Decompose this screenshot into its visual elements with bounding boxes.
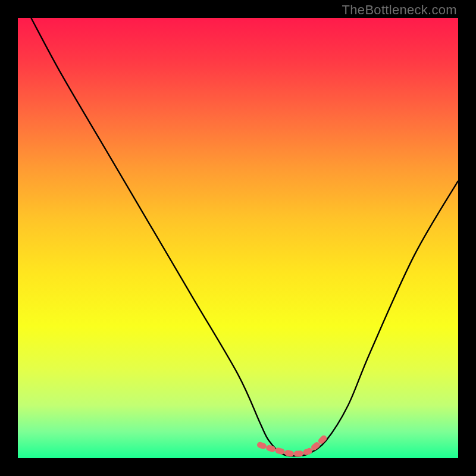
chart-svg	[18, 18, 458, 458]
flat-segment-marker	[260, 436, 326, 454]
chart-frame: TheBottleneck.com	[0, 0, 476, 476]
watermark-text: TheBottleneck.com	[342, 2, 457, 18]
chart-plot-area	[18, 18, 458, 458]
bottleneck-curve	[31, 18, 458, 456]
